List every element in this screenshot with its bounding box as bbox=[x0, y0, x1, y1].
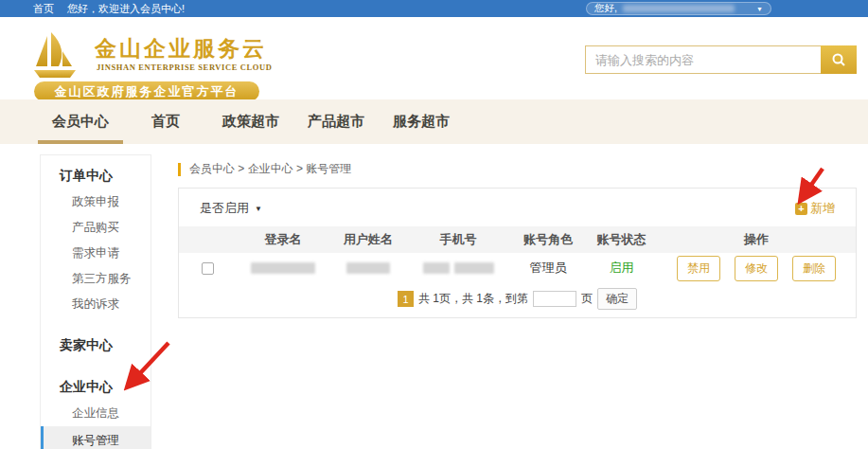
user-name-redacted bbox=[623, 5, 735, 12]
add-account-button[interactable]: + 新增 bbox=[795, 200, 835, 217]
main-content: 会员中心 > 企业中心 > 账号管理 是否启用 ▼ + 新增 登录名 用户姓名 … bbox=[178, 154, 857, 318]
chevron-down-icon: ▼ bbox=[255, 205, 262, 213]
site-header: 金山企业服务云 JINSHAN ENTERPRISE SERVICE CLOUD… bbox=[0, 17, 868, 99]
nav-tab-product-market[interactable]: 产品超市 bbox=[293, 99, 379, 144]
account-status-badge: 启用 bbox=[586, 260, 657, 277]
sidebar-item-product-purchase[interactable]: 产品购买 bbox=[41, 215, 151, 241]
row-checkbox[interactable] bbox=[202, 262, 214, 275]
user-greeting: 您好, bbox=[594, 2, 617, 15]
sidebar: 订单中心 政策申报 产品购买 需求申请 第三方服务 我的诉求 卖家中心 企业中心… bbox=[40, 154, 151, 449]
add-account-label: 新增 bbox=[810, 200, 835, 217]
topbar-welcome-text: 您好，欢迎进入会员中心! bbox=[67, 2, 185, 16]
logo-subtitle: JINSHAN ENTERPRISE SERVICE CLOUD bbox=[97, 63, 272, 72]
account-table-panel: 是否启用 ▼ + 新增 登录名 用户姓名 手机号 账号角色 账号状态 操作 bbox=[178, 188, 857, 318]
modify-button[interactable]: 修改 bbox=[735, 256, 778, 281]
sidebar-divider bbox=[41, 317, 151, 325]
account-role-value: 管理员 bbox=[510, 260, 586, 277]
disable-button[interactable]: 禁用 bbox=[677, 256, 720, 281]
header-phone: 手机号 bbox=[406, 231, 510, 248]
user-name-redacted bbox=[346, 262, 390, 274]
page-unit-label: 页 bbox=[581, 291, 593, 307]
phone-redacted bbox=[423, 262, 450, 274]
user-account-dropdown[interactable]: 您好, ▼ bbox=[586, 2, 771, 15]
phone-redacted bbox=[454, 262, 494, 274]
sailboat-logo-icon bbox=[34, 30, 89, 83]
logo-title: 金山企业服务云 bbox=[95, 34, 267, 63]
logo-banner: 金山区政府服务企业官方平台 bbox=[34, 81, 259, 101]
sidebar-section-enterprise-center[interactable]: 企业中心 bbox=[41, 367, 151, 401]
enable-filter-label: 是否启用 bbox=[200, 200, 249, 217]
search-button[interactable] bbox=[821, 45, 857, 74]
sidebar-divider bbox=[41, 359, 151, 367]
sidebar-item-demand-apply[interactable]: 需求申请 bbox=[41, 241, 151, 266]
plus-icon: + bbox=[795, 203, 807, 215]
breadcrumb: 会员中心 > 企业中心 > 账号管理 bbox=[178, 161, 857, 177]
nav-tab-policy-market[interactable]: 政策超市 bbox=[208, 99, 293, 144]
enable-filter-dropdown[interactable]: 是否启用 ▼ bbox=[200, 200, 262, 217]
page-number-button[interactable]: 1 bbox=[398, 291, 414, 307]
breadcrumb-text: 会员中心 > 企业中心 > 账号管理 bbox=[189, 161, 351, 177]
header-login-name: 登录名 bbox=[236, 231, 330, 248]
sidebar-item-enterprise-info[interactable]: 企业信息 bbox=[41, 401, 151, 426]
topbar-home-link[interactable]: 首页 bbox=[33, 2, 54, 16]
topbar-left: 首页 您好，欢迎进入会员中心! bbox=[33, 0, 185, 17]
delete-button[interactable]: 删除 bbox=[792, 256, 836, 281]
table-row: 管理员 启用 禁用 修改 删除 bbox=[179, 253, 856, 283]
search-input[interactable] bbox=[585, 45, 821, 74]
sidebar-item-my-appeals[interactable]: 我的诉求 bbox=[41, 292, 151, 317]
sidebar-section-order-center[interactable]: 订单中心 bbox=[41, 155, 151, 189]
sidebar-item-third-party-service[interactable]: 第三方服务 bbox=[41, 266, 151, 292]
goto-page-confirm-button[interactable]: 确定 bbox=[597, 288, 637, 310]
table-header-row: 登录名 用户姓名 手机号 账号角色 账号状态 操作 bbox=[179, 226, 856, 253]
header-account-status: 账号状态 bbox=[586, 231, 657, 248]
header-user-name: 用户姓名 bbox=[330, 231, 406, 248]
breadcrumb-accent-bar bbox=[178, 163, 181, 176]
table-toolbar: 是否启用 ▼ + 新增 bbox=[179, 189, 856, 226]
sidebar-item-policy-declare[interactable]: 政策申报 bbox=[41, 189, 151, 215]
nav-tab-service-market[interactable]: 服务超市 bbox=[379, 99, 464, 144]
chevron-down-icon: ▼ bbox=[756, 6, 763, 12]
nav-tab-home[interactable]: 首页 bbox=[123, 99, 208, 144]
row-actions: 禁用 修改 删除 bbox=[657, 256, 856, 281]
pagination: 1 共 1页，共 1条，到第 页 确定 bbox=[179, 288, 856, 310]
topbar: 首页 您好，欢迎进入会员中心! 您好, ▼ bbox=[0, 0, 868, 17]
header-actions: 操作 bbox=[657, 231, 856, 248]
nav-tab-member-center[interactable]: 会员中心 bbox=[38, 99, 123, 144]
search-icon bbox=[831, 52, 846, 67]
pagination-summary: 共 1页，共 1条，到第 bbox=[418, 291, 528, 307]
main-nav: 会员中心 首页 政策超市 产品超市 服务超市 bbox=[0, 99, 868, 144]
login-name-redacted bbox=[251, 262, 315, 274]
sidebar-section-seller-center[interactable]: 卖家中心 bbox=[41, 325, 151, 359]
sidebar-item-account-management[interactable]: 账号管理 bbox=[41, 426, 151, 449]
search-bar bbox=[585, 45, 857, 74]
goto-page-input[interactable] bbox=[533, 291, 576, 307]
header-account-role: 账号角色 bbox=[510, 231, 586, 248]
